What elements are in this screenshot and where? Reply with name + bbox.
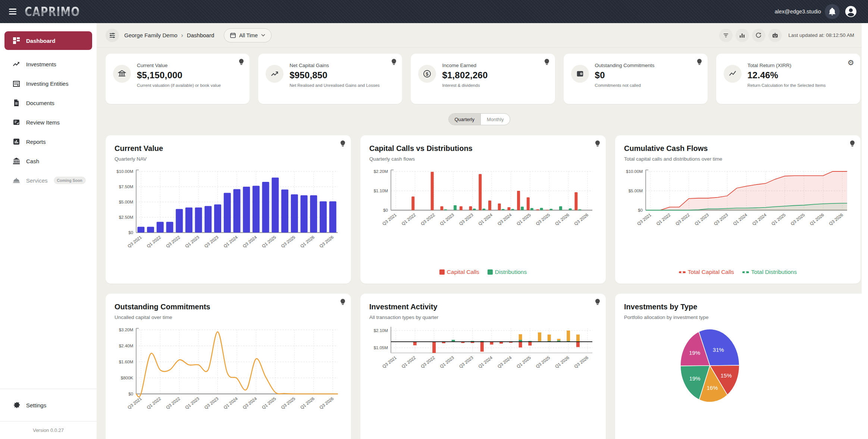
svg-text:Q3 2021: Q3 2021 [382,355,397,369]
svg-text:Q1 2024: Q1 2024 [477,355,493,369]
svg-text:Q3 2023: Q3 2023 [204,235,219,249]
svg-text:Q1 2022: Q1 2022 [401,355,416,369]
insight-bulb-icon[interactable] [545,59,549,67]
svg-text:Q3 2023: Q3 2023 [458,212,474,226]
insight-bulb-icon[interactable] [697,59,702,67]
svg-text:Q1 2023: Q1 2023 [439,212,455,226]
filter-icon[interactable] [719,29,733,42]
svg-text:$1.10M: $1.10M [374,189,388,193]
svg-text:Q1 2024: Q1 2024 [732,212,748,226]
sidebar-item-dashboard[interactable]: Dashboard [4,31,92,50]
notifications-bell-icon[interactable] [825,4,840,19]
svg-text:$1.60M: $1.60M [119,360,133,364]
svg-text:Q3 2024: Q3 2024 [242,396,258,410]
insight-bulb-icon[interactable] [595,140,600,148]
sidebar-item-investing-entities[interactable]: Investing Entities [0,74,97,93]
service-cloche-icon [13,177,20,184]
kpi-title: Outstanding Commitments [595,63,655,68]
chart-card-current-value: Current Value Quarterly NAV $0$2.50M$5.0… [106,135,351,284]
sidebar-item-investments[interactable]: Investments [0,54,97,74]
page-scrollbar[interactable] [862,23,868,439]
sidebar-item-services[interactable]: Services Coming Soon [0,171,97,190]
kpi-card-net-capital-gains: Net Capital Gains $950,850 Net Realised … [258,54,402,104]
chart-legend: Capital CallsDistributions [369,269,597,276]
svg-text:Q3 2022: Q3 2022 [165,235,181,249]
dollar-icon: $ [418,65,436,83]
svg-text:Q1 2026: Q1 2026 [300,235,315,249]
svg-text:Q3 2023: Q3 2023 [458,355,474,369]
chart-subtitle: Portfolio allocation by investment type [624,315,862,320]
sidebar-item-label: Reports [26,139,46,145]
svg-text:Q3 2026: Q3 2026 [828,212,844,226]
kpi-description: Interest & dividends [442,83,488,88]
dashboard-icon [13,37,20,44]
menu-icon[interactable] [5,4,20,19]
sidebar-item-settings[interactable]: Settings [0,389,97,421]
period-toggle: Quarterly Monthly [448,113,510,125]
svg-text:Q3 2025: Q3 2025 [535,355,551,369]
toggle-quarterly[interactable]: Quarterly [449,114,480,125]
svg-text:Q3 2024: Q3 2024 [497,212,513,226]
svg-text:Q3 2025: Q3 2025 [280,396,296,410]
sidebar-item-label: Investments [26,61,56,67]
kpi-title: Net Capital Gains [289,63,380,68]
svg-text:Q1 2025: Q1 2025 [516,212,532,226]
sidebar-item-label: Cash [26,158,39,164]
svg-text:Q3 2022: Q3 2022 [420,355,436,369]
chart-title: Investments by Type [624,303,862,311]
sidebar-item-review-items[interactable]: Review Items [0,113,97,132]
kpi-value: $950,850 [289,70,380,80]
refresh-icon[interactable] [752,29,765,42]
chart-title: Outstanding Commitments [115,303,342,311]
insight-bulb-icon[interactable] [595,299,600,307]
breadcrumb-root[interactable]: George Family Demo [124,32,178,38]
outstanding-commitments-chart-canvas: $0$800K$1.60M$2.40M$3.20MQ3 2021Q1 2022Q… [115,325,342,419]
time-range-filter[interactable]: All Time [224,28,272,42]
insight-bulb-icon[interactable] [341,140,345,148]
filter-sliders-icon[interactable] [106,29,119,42]
kpi-description: Current valuation (if available) or book… [137,83,221,88]
svg-text:$5.00M: $5.00M [629,189,643,193]
legend-item: Total Capital Calls [679,269,734,275]
assistant-robot-icon[interactable] [768,29,782,42]
insight-bulb-icon[interactable] [392,59,396,67]
svg-text:$: $ [426,71,429,77]
svg-text:Q1 2025: Q1 2025 [771,212,786,226]
chart-subtitle: Total capital calls and distributions ov… [624,156,852,162]
period-toggle-row: Quarterly Monthly [97,113,862,125]
sidebar-item-reports[interactable]: Reports [0,132,97,151]
chart-card-investments-by-type: Investments by Type Portfolio allocation… [615,294,862,439]
kpi-settings-gear-icon[interactable]: ⚙ [847,59,854,66]
svg-text:Q3 2023: Q3 2023 [713,212,729,226]
svg-text:Q3 2021: Q3 2021 [636,212,652,226]
account-avatar[interactable] [843,4,858,19]
building-icon [13,80,20,87]
main-content: George Family Demo › Dashboard All Time … [97,23,862,439]
chart-view-icon[interactable] [736,29,749,42]
toggle-monthly[interactable]: Monthly [480,114,510,125]
svg-text:Q3 2024: Q3 2024 [497,355,513,369]
svg-text:Q3 2021: Q3 2021 [127,396,142,410]
insight-bulb-icon[interactable] [850,140,855,148]
svg-text:19%: 19% [689,350,700,356]
svg-text:Q1 2022: Q1 2022 [146,235,162,249]
chart-subtitle: Quarterly cash flows [369,156,597,162]
svg-text:Q1 2025: Q1 2025 [261,235,277,249]
sidebar-item-cash[interactable]: Cash [0,151,97,171]
cumulative-cash-flows-chart-canvas: $0$5.00M$10.00MQ3 2021Q1 2022Q3 2022Q1 2… [624,167,852,236]
user-email: alex@edge3.studio [775,9,821,15]
gear-icon [13,401,20,409]
svg-text:$2.40M: $2.40M [119,344,133,348]
kpi-description: Return Calculation for the Selected Item… [748,83,826,88]
chart-title: Capital Calls vs Distributions [369,144,597,153]
kpi-description: Commitments not called [595,83,655,88]
svg-text:Q1 2024: Q1 2024 [477,212,493,226]
chart-subtitle: Quarterly NAV [115,156,342,162]
calendar-icon [230,32,236,38]
svg-text:Q3 2023: Q3 2023 [204,396,219,410]
insight-bulb-icon[interactable] [239,59,244,67]
sidebar-item-documents[interactable]: Documents [0,93,97,113]
insight-bulb-icon[interactable] [341,299,345,307]
svg-text:Q3 2025: Q3 2025 [790,212,805,226]
chart-row-1: Current Value Quarterly NAV $0$2.50M$5.0… [97,125,862,284]
